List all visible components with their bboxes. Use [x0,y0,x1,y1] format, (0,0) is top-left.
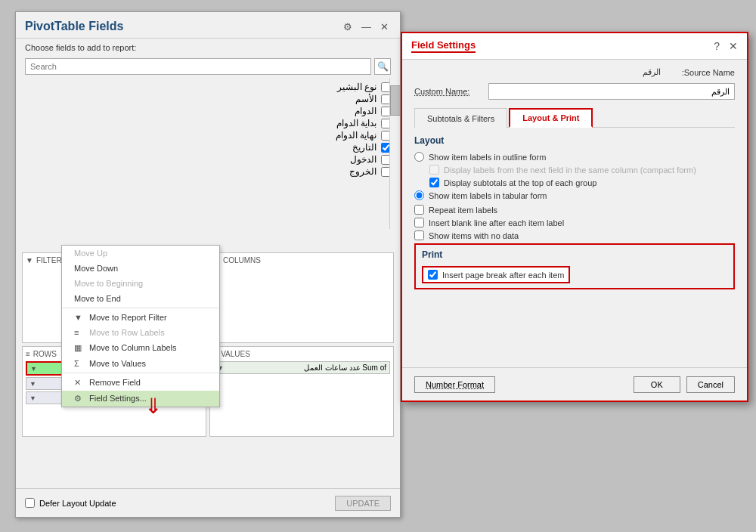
check-compact-label: Display labels from the next field in th… [444,165,696,175]
check-page-break-label: Insert page break after each item [442,271,564,280]
source-name-value: الرقم [643,67,661,77]
print-section: Print Insert page break after each item [414,243,735,289]
ctx-column-labels[interactable]: ▦Move to Column Labels [62,340,219,356]
radio-tabular-row: Show item labels in tabular form [414,190,735,200]
list-item: نهاية الدوام [25,129,391,141]
field-label-2: الدوام [355,106,376,116]
sub-options: Display labels from the next field in th… [429,165,735,187]
column-icon: ▦ [74,343,86,353]
ctx-move-end[interactable]: Move to End [62,291,219,306]
close-panel-icon[interactable]: ✕ [378,21,391,32]
ok-cancel-row: OK Cancel [634,376,735,393]
minimize-icon[interactable]: — [359,21,373,32]
scrollbar-thumb[interactable] [390,85,400,116]
dialog-header: Field Settings ? ✕ [402,33,747,60]
check-subtotals-row: Display subtotals at the top of each gro… [429,178,735,187]
tab-layout-print[interactable]: Layout & Print [509,108,593,128]
field-label-7: الخروج [349,166,376,177]
field-label-6: الدخول [350,154,376,165]
pivot-panel: PivotTable Fields ⚙ — ✕ Choose fields to… [15,11,401,518]
search-button[interactable]: 🔍 [374,58,391,75]
help-icon[interactable]: ? [714,40,720,52]
dialog-footer: Number Format OK Cancel [402,367,747,401]
field-settings-icon: ⚙ [74,394,86,404]
radio-outline-label: Show item labels in outline form [429,153,546,162]
search-input[interactable] [25,58,371,75]
dialog-controls: ? ✕ [714,40,738,52]
ctx-move-up[interactable]: Move Up [62,246,219,261]
field-settings-dialog: Field Settings ? ✕ Source Name: الرقم Cu… [401,32,748,402]
check-no-data-label: Show items with no data [429,231,519,240]
radio-outline-row: Show item labels in outline form [414,152,735,162]
ctx-remove-field[interactable]: ✕Remove Field [62,375,219,391]
ctx-separator-1 [62,308,219,308]
layout-section-title: Layout [414,135,735,146]
ok-button[interactable]: OK [634,376,680,393]
scrollbar[interactable] [389,78,400,229]
check-subtotals-label: Display subtotals at the top of each gro… [444,178,596,187]
list-item: نوع البشير [25,81,391,93]
pivot-subtitle: Choose fields to add to report: [16,39,400,55]
print-section-title: Print [422,249,727,260]
number-format-button[interactable]: Number Format [414,376,495,393]
radio-outline[interactable] [414,152,424,162]
filter-icon: ▼ [74,313,86,322]
raqam-dropdown[interactable]: ▼ [30,365,37,373]
red-arrow: ⇓ [144,394,162,419]
defer-label: Defer Layout Update [39,499,116,508]
check-repeat[interactable] [414,205,424,215]
ctx-move-down[interactable]: Move Down [62,261,219,276]
list-item: بداية الدوام [25,117,391,129]
dialog-title: Field Settings [411,39,476,53]
search-row: 🔍 [16,55,400,78]
check-no-data-row: Show items with no data [414,230,735,240]
close-dialog-icon[interactable]: ✕ [729,40,738,52]
check-compact-row: Display labels from the next field in th… [429,165,735,175]
field-label-5: التاريخ [352,142,376,153]
check-blank[interactable] [414,218,424,227]
ctx-values[interactable]: ΣMove to Values [62,356,219,371]
rows-label: ROWS [33,350,57,358]
values-label: VALUES [221,350,250,358]
check-subtotals[interactable] [429,178,439,187]
cancel-button[interactable]: Cancel [686,376,735,393]
check-page-break[interactable] [428,270,438,280]
value-field-hours[interactable]: Sum of عدد ساعات العمل ▼ [213,361,390,374]
radio-tabular[interactable] [414,190,424,200]
ctx-row-labels[interactable]: ≡Move to Row Labels [62,325,219,340]
values-area-header: Σ VALUES [213,350,390,358]
list-item: الخروج [25,165,391,178]
rows-icon: ≡ [26,350,30,358]
field-label-3: بداية الدوام [336,118,376,128]
filters-icon: ▼ [26,256,33,264]
check-no-data[interactable] [414,230,424,240]
check-repeat-row: Repeat item labels [414,205,735,215]
update-button[interactable]: UPDATE [335,496,391,511]
source-name-row: Source Name: الرقم [414,67,735,77]
custom-name-input[interactable] [488,83,735,100]
ctx-move-beginning[interactable]: Move to Beginning [62,276,219,291]
sigma-icon: Σ [74,359,86,368]
check-repeat-label: Repeat item labels [429,206,497,215]
list-item: الدخول [25,153,391,165]
columns-area-header: ▦ COLUMNS [213,256,390,264]
ctx-separator-2 [62,373,219,373]
list-item: الدوام [25,105,391,117]
check-blank-row: Insert blank line after each item label [414,218,735,227]
list-item: التاريخ [25,141,391,153]
tab-subtotals-filters[interactable]: Subtotals & Filters [414,108,507,128]
check-compact[interactable] [429,165,439,175]
settings-icon[interactable]: ⚙ [341,21,355,32]
field-label-0: نوع البشير [337,82,376,92]
ctx-field-settings[interactable]: ⚙Field Settings... [62,391,219,407]
custom-name-row: Custom Name: [414,83,735,100]
tarikh-dropdown[interactable]: ▼ [29,380,36,388]
defer-checkbox[interactable] [25,498,35,508]
defer-row: Defer Layout Update [25,498,116,508]
columns-label: COLUMNS [223,256,261,264]
ism-dropdown[interactable]: ▼ [29,394,36,402]
list-item: الأسم [25,93,391,105]
ctx-report-filter[interactable]: ▼Move to Report Filter [62,310,219,325]
check-blank-label: Insert blank line after each item label [429,218,564,227]
radio-tabular-label: Show item labels in tabular form [429,191,547,200]
